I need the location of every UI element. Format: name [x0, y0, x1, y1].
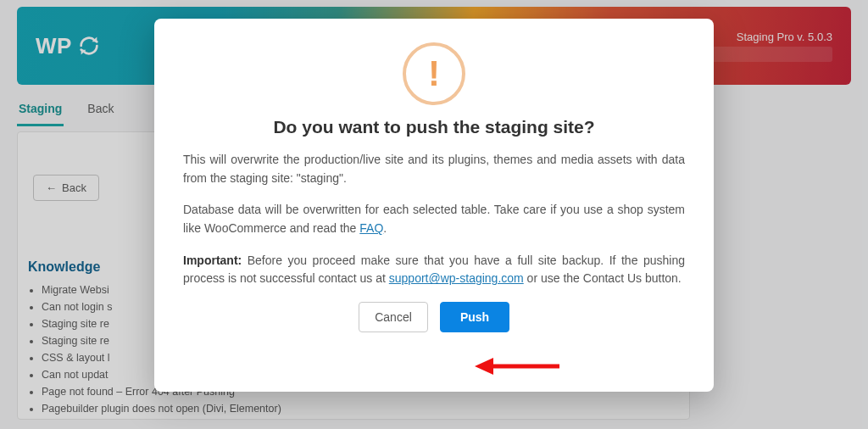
support-email-link[interactable]: support@wp-staging.com — [389, 271, 524, 285]
modal-text-2: Database data will be overwritten for ea… — [183, 201, 685, 237]
push-confirm-modal: ! Do you want to push the staging site? … — [154, 19, 714, 392]
important-label: Important: — [183, 254, 242, 267]
modal-title: Do you want to push the staging site? — [183, 117, 685, 137]
cancel-button[interactable]: Cancel — [359, 302, 428, 332]
modal-text-2b: . — [383, 221, 387, 235]
modal-text-3: Important: Before you proceed make sure … — [183, 252, 685, 288]
modal-overlay: ! Do you want to push the staging site? … — [0, 0, 868, 429]
faq-link[interactable]: FAQ — [359, 221, 383, 235]
warning-icon: ! — [403, 42, 465, 105]
modal-text-3b: or use the Contact Us button. — [524, 271, 682, 285]
modal-text-2a: Database data will be overwritten for ea… — [183, 203, 685, 235]
exclamation-icon: ! — [428, 56, 440, 92]
push-button[interactable]: Push — [440, 302, 509, 332]
modal-actions: Cancel Push — [183, 302, 685, 332]
modal-text-1: This will overwrite the production/live … — [183, 151, 685, 187]
